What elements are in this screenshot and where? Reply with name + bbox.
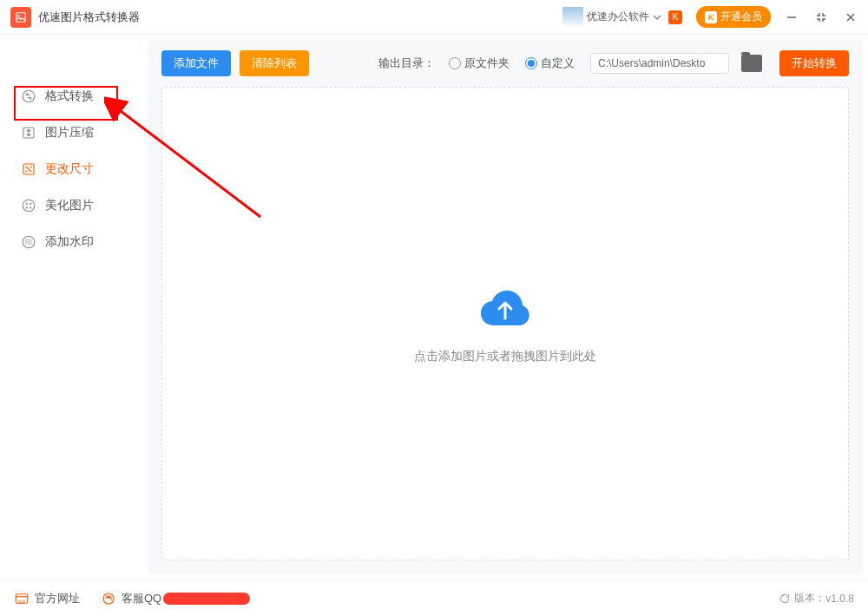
version-info[interactable]: 版本： v1.0.8 bbox=[779, 591, 854, 606]
sidebar-item-label: 格式转换 bbox=[45, 88, 94, 104]
start-convert-button[interactable]: 开始转换 bbox=[779, 50, 849, 76]
user-avatar[interactable] bbox=[562, 7, 583, 28]
main-panel: 添加文件 清除列表 输出目录： 原文件夹 自定义 开始转换 点击添加图片或者拖拽… bbox=[148, 40, 863, 574]
refresh-icon bbox=[779, 593, 791, 605]
svg-text:印: 印 bbox=[25, 239, 32, 246]
svg-rect-0 bbox=[16, 12, 26, 22]
toolbar: 添加文件 清除列表 输出目录： 原文件夹 自定义 开始转换 bbox=[148, 40, 863, 87]
cloud-upload-icon bbox=[475, 284, 536, 335]
clear-list-button[interactable]: 清除列表 bbox=[240, 50, 309, 76]
convert-icon bbox=[21, 88, 36, 104]
radio-custom-folder[interactable]: 自定义 bbox=[525, 56, 575, 71]
statusbar: com 官方网址 客服QQ 版本： v1.0.8 bbox=[0, 580, 868, 616]
svg-text:com: com bbox=[18, 599, 26, 603]
svg-point-17 bbox=[108, 596, 110, 599]
version-value: v1.0.8 bbox=[825, 593, 854, 605]
compress-icon bbox=[21, 125, 36, 141]
drop-hint: 点击添加图片或者拖拽图片到此处 bbox=[414, 349, 596, 364]
chevron-down-icon[interactable] bbox=[653, 13, 661, 22]
official-site-link[interactable]: com 官方网址 bbox=[14, 591, 80, 606]
drop-area[interactable]: 点击添加图片或者拖拽图片到此处 bbox=[161, 87, 849, 560]
vip-button[interactable]: K 开通会员 bbox=[696, 6, 771, 28]
radio-label: 自定义 bbox=[541, 56, 575, 71]
website-icon: com bbox=[14, 591, 30, 606]
svg-point-1 bbox=[18, 15, 20, 16]
sidebar-item-compress[interactable]: 图片压缩 bbox=[0, 115, 148, 151]
sidebar-item-label: 美化图片 bbox=[45, 198, 94, 213]
vip-button-label: 开通会员 bbox=[720, 10, 762, 24]
resize-icon bbox=[21, 161, 36, 177]
support-label: 客服QQ bbox=[122, 591, 161, 606]
browse-folder-button[interactable] bbox=[741, 55, 762, 72]
radio-original-folder[interactable]: 原文件夹 bbox=[449, 56, 510, 71]
user-label[interactable]: 优速办公软件 bbox=[587, 10, 649, 24]
sidebar-item-beautify[interactable]: 美化图片 bbox=[0, 187, 148, 224]
svg-point-7 bbox=[26, 203, 28, 205]
official-site-label: 官方网址 bbox=[35, 591, 80, 606]
app-title: 优速图片格式转换器 bbox=[38, 10, 140, 25]
watermark-icon: 印 bbox=[21, 234, 36, 250]
svg-point-10 bbox=[30, 206, 31, 208]
sidebar-item-resize[interactable]: 更改尺寸 bbox=[0, 151, 148, 187]
add-file-button[interactable]: 添加文件 bbox=[161, 50, 231, 76]
output-label: 输出目录： bbox=[378, 56, 435, 71]
support-icon bbox=[101, 591, 116, 606]
radio-icon bbox=[449, 57, 461, 69]
vip-badge-icon: K bbox=[668, 10, 682, 24]
svg-point-3 bbox=[23, 90, 35, 102]
vip-button-icon: K bbox=[705, 11, 717, 23]
app-logo-icon bbox=[10, 7, 31, 28]
sidebar-item-label: 更改尺寸 bbox=[45, 161, 94, 177]
beautify-icon bbox=[21, 198, 36, 213]
minimize-button[interactable] bbox=[785, 10, 799, 24]
close-button[interactable] bbox=[844, 10, 858, 24]
radio-icon bbox=[525, 57, 537, 69]
output-path-input[interactable] bbox=[590, 53, 729, 74]
sidebar-item-label: 图片压缩 bbox=[45, 125, 94, 141]
radio-label: 原文件夹 bbox=[464, 56, 510, 71]
svg-point-8 bbox=[30, 203, 31, 205]
version-label: 版本： bbox=[794, 591, 825, 606]
redacted-qq bbox=[163, 593, 250, 605]
sidebar-item-convert[interactable]: 格式转换 bbox=[0, 78, 148, 115]
maximize-button[interactable] bbox=[814, 10, 828, 24]
support-qq-link[interactable]: 客服QQ bbox=[101, 591, 250, 606]
sidebar: 格式转换 图片压缩 更改尺寸 美化图片 印 添加水印 bbox=[0, 35, 148, 580]
sidebar-item-label: 添加水印 bbox=[45, 234, 94, 250]
svg-point-6 bbox=[23, 200, 35, 212]
svg-point-9 bbox=[26, 206, 28, 208]
sidebar-item-watermark[interactable]: 印 添加水印 bbox=[0, 224, 148, 260]
titlebar: 优速图片格式转换器 优速办公软件 K K 开通会员 bbox=[0, 0, 868, 35]
